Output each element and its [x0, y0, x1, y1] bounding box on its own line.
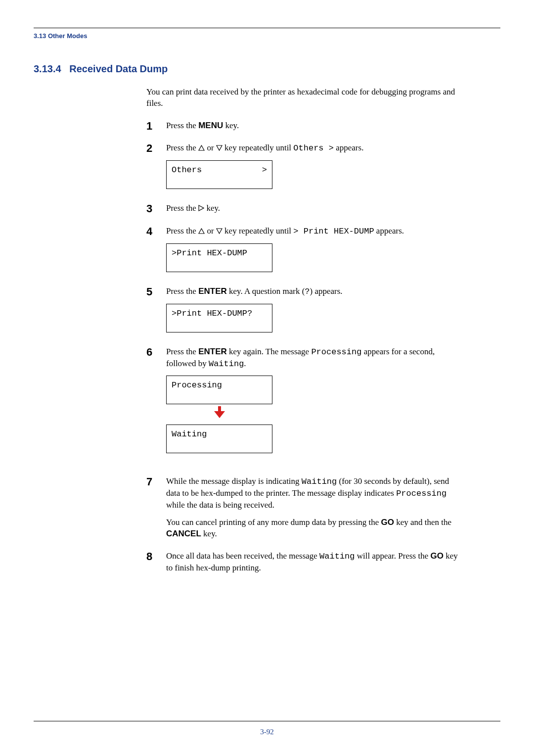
step-6: 6 Press the ENTER key again. The message… — [146, 346, 463, 463]
arrow-down-icon — [166, 404, 272, 425]
lcd-display: >Print HEX-DUMP? — [166, 304, 272, 332]
step-number: 2 — [146, 142, 166, 154]
text: appears. — [374, 226, 404, 236]
step-1: 1 Press the MENU key. — [146, 120, 463, 138]
text: key. — [201, 529, 217, 538]
step-body: While the message display is indicating … — [166, 476, 463, 546]
lcd-text: >Print HEX-DUMP? — [172, 308, 252, 320]
text: While the message display is indicating — [166, 476, 302, 486]
triangle-up-icon — [198, 143, 205, 154]
step-body: Press the or key repeatedly until > Prin… — [166, 226, 463, 281]
step-number: 1 — [146, 120, 166, 132]
lcd-display: Processing — [166, 376, 272, 404]
lcd-display: Waiting — [166, 425, 272, 453]
mono-text: > Print HEX-DUMP — [293, 227, 374, 236]
intro-paragraph: You can print data received by the print… — [146, 87, 463, 109]
step-5: 5 Press the ENTER key. A question mark (… — [146, 286, 463, 341]
mono-text: Waiting — [209, 359, 244, 369]
step-body: Press the MENU key. — [166, 120, 463, 138]
key-go: GO — [381, 518, 394, 527]
text: You can cancel printing of any more dump… — [166, 518, 381, 527]
section-heading: 3.13.4 Received Data Dump — [34, 63, 500, 75]
key-menu: MENU — [198, 121, 223, 130]
text: key and then the — [394, 518, 451, 527]
key-enter: ENTER — [198, 347, 227, 356]
content-column: You can print data received by the print… — [146, 87, 463, 580]
step-body: Press the ENTER key. A question mark (?)… — [166, 286, 463, 341]
step-number: 3 — [146, 203, 166, 215]
mono-text: Processing — [311, 347, 361, 357]
step-number: 8 — [146, 551, 166, 563]
mono-text: ? — [305, 287, 310, 296]
text: ) appears. — [310, 286, 343, 296]
text: key. — [223, 121, 239, 130]
step-7: 7 While the message display is indicatin… — [146, 476, 463, 546]
text: while the data is being received. — [166, 500, 274, 510]
text: Once all data has been received, the mes… — [166, 551, 319, 561]
text: key again. The message — [227, 347, 312, 356]
key-cancel: CANCEL — [166, 529, 201, 538]
mono-text: Waiting — [302, 477, 337, 486]
step-4: 4 Press the or key repeatedly until > Pr… — [146, 226, 463, 281]
step-2: 2 Press the or key repeatedly until Othe… — [146, 142, 463, 198]
text: Press the — [166, 286, 198, 296]
text: Press the — [166, 121, 198, 130]
text: appears. — [334, 143, 363, 152]
svg-marker-3 — [199, 229, 204, 234]
lcd-text: Waiting — [172, 429, 207, 440]
triangle-right-icon — [198, 203, 204, 215]
svg-marker-0 — [199, 145, 204, 150]
step-3: 3 Press the key. — [146, 203, 463, 221]
step-8: 8 Once all data has been received, the m… — [146, 551, 463, 580]
text: Press the — [166, 347, 198, 356]
lcd-text: Processing — [172, 380, 222, 391]
triangle-down-icon — [216, 143, 222, 154]
rule-top — [34, 28, 500, 28]
text: key. A question mark ( — [227, 286, 305, 296]
mono-text: Others > — [293, 143, 334, 153]
section-title: Received Data Dump — [69, 63, 168, 74]
key-enter: ENTER — [198, 286, 227, 296]
step-body: Press the or key repeatedly until Others… — [166, 142, 463, 198]
text: key repeatedly until — [222, 226, 294, 236]
lcd-display: >Print HEX-DUMP — [166, 243, 272, 272]
text: Press the — [166, 143, 198, 152]
lcd-transition: Processing Waiting — [166, 376, 463, 453]
step-number: 5 — [146, 286, 166, 298]
section-number: 3.13.4 — [34, 63, 61, 74]
lcd-display: Others > — [166, 160, 272, 189]
text: or — [205, 226, 216, 236]
rule-bottom — [34, 721, 500, 721]
text: will appear. Press the — [355, 551, 431, 561]
text: . — [244, 359, 246, 368]
page-number: 3-92 — [0, 728, 534, 736]
mono-text: Processing — [396, 489, 446, 498]
key-go: GO — [431, 551, 444, 561]
svg-marker-4 — [217, 229, 222, 234]
running-head: 3.13 Other Modes — [34, 32, 500, 40]
svg-marker-2 — [199, 205, 204, 211]
step-number: 7 — [146, 476, 166, 488]
lcd-text-left: Others — [172, 165, 202, 176]
step-body: Press the key. — [166, 203, 463, 221]
svg-marker-5 — [214, 406, 225, 418]
step-body: Press the ENTER key again. The message P… — [166, 346, 463, 463]
lcd-text: >Print HEX-DUMP — [172, 248, 247, 259]
triangle-up-icon — [198, 226, 205, 237]
mono-text: Waiting — [319, 552, 355, 561]
step-number: 4 — [146, 226, 166, 237]
triangle-down-icon — [216, 226, 222, 237]
text: or — [205, 143, 216, 152]
lcd-text-right: > — [262, 165, 267, 176]
text: key repeatedly until — [222, 143, 294, 152]
text: Press the — [166, 226, 198, 236]
step-number: 6 — [146, 346, 166, 358]
text: key. — [204, 203, 220, 213]
step-body: Once all data has been received, the mes… — [166, 551, 463, 580]
text: Press the — [166, 203, 198, 213]
svg-marker-1 — [217, 145, 222, 150]
